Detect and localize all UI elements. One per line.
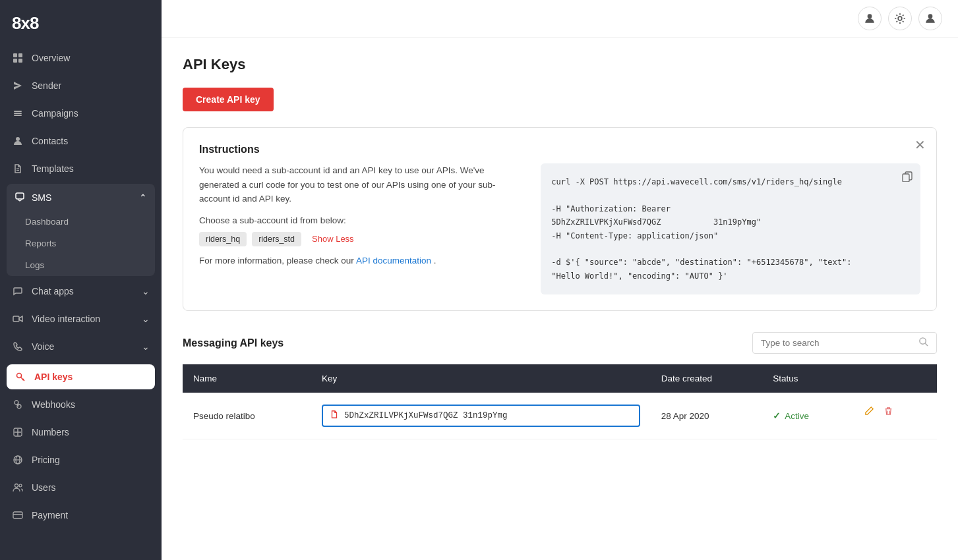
phone-icon [12,341,24,352]
sms-chevron-up-icon: ⌃ [139,192,147,203]
col-date-created: Date created [651,364,762,393]
webhook-icon [12,399,24,410]
search-box [752,332,937,354]
svg-rect-0 [13,53,17,57]
settings-button[interactable] [888,7,912,30]
sidebar-item-contacts-label: Contacts [32,136,68,146]
sidebar-item-templates-label: Templates [32,163,74,174]
search-icon [918,337,928,349]
instructions-card: ✕ Instructions You would need a sub-acco… [183,127,937,311]
profile-button[interactable] [858,7,882,30]
sms-label: SMS [32,192,51,203]
status-badge: ✓ Active [773,410,841,421]
sidebar-item-numbers[interactable]: Numbers [0,418,162,446]
sidebar-item-contacts[interactable]: Contacts [0,127,162,155]
show-less-button[interactable]: Show Less [312,234,354,244]
sidebar-item-users[interactable]: Users [0,474,162,501]
key-file-icon [330,410,339,422]
svg-rect-6 [14,115,22,116]
messaging-section-title: Messaging API keys [183,337,284,349]
sidebar-item-overview-label: Overview [32,53,70,63]
svg-rect-1 [18,53,22,57]
sidebar-item-templates[interactable]: Templates [0,155,162,182]
account-button[interactable] [918,7,942,30]
api-keys-table: Name Key Date created Status Pseudo rela… [183,364,937,439]
key-value: 5DhZxZRILVPKjXuFWsd7QGZ 31n19pYmg [344,411,508,420]
main-content: API Keys Create API key ✕ Instructions Y… [162,0,958,560]
sms-header[interactable]: SMS ⌃ [7,184,155,211]
users-label: Users [32,482,56,493]
table-row: Pseudo relatibo 5DhZxZRILVPKjXuFWsd7QGZ … [183,393,937,439]
video-chevron-icon: ⌄ [142,314,150,324]
chat-apps-chevron-icon: ⌄ [142,286,150,296]
svg-rect-3 [18,59,22,63]
sms-icon [15,191,25,204]
sidebar-item-webhooks[interactable]: Webhooks [0,391,162,418]
sidebar-item-sender[interactable]: Sender [0,72,162,99]
search-input[interactable] [761,338,913,348]
key-icon [15,371,26,383]
app-logo: 8x8 [0,0,162,44]
svg-rect-11 [13,316,19,322]
sidebar-item-payment[interactable]: Payment [0,501,162,529]
sidebar: 8x8 Overview Sender Campaigns Contacts T… [0,0,162,560]
file-icon [12,163,24,175]
copy-code-button[interactable] [902,171,913,186]
sidebar-item-pricing[interactable]: Pricing [0,446,162,474]
contacts-icon [12,135,24,147]
chat-icon [12,285,24,297]
sidebar-item-video-interaction[interactable]: Video interaction ⌄ [0,305,162,333]
payment-label: Payment [32,510,68,520]
key-cell: 5DhZxZRILVPKjXuFWsd7QGZ 31n19pYmg [322,405,640,427]
edit-button[interactable] [862,405,877,419]
chat-apps-label: Chat apps [32,286,74,296]
sidebar-item-dashboard[interactable]: Dashboard [7,211,155,233]
sidebar-item-chat-apps[interactable]: Chat apps ⌄ [0,277,162,305]
row-key: 5DhZxZRILVPKjXuFWsd7QGZ 31n19pYmg [311,393,651,439]
page-header [162,0,958,38]
webhooks-label: Webhooks [32,399,75,410]
status-text: Active [785,411,809,421]
svg-point-26 [928,14,933,18]
video-interaction-label: Video interaction [32,314,100,324]
sidebar-item-voice[interactable]: Voice ⌄ [0,333,162,360]
svg-rect-4 [14,111,22,112]
numbers-label: Numbers [32,427,69,437]
pricing-label: Pricing [32,455,60,465]
svg-point-24 [868,14,872,18]
sidebar-item-logs[interactable]: Logs [7,254,155,276]
row-actions [851,393,937,431]
numbers-icon [12,426,24,438]
svg-line-30 [925,343,928,346]
tag-riders-hq[interactable]: riders_hq [199,232,247,246]
voice-chevron-icon: ⌄ [142,341,150,352]
grid-icon [12,52,24,64]
svg-point-12 [17,374,22,378]
instructions-body-text: You would need a sub-account id and an A… [199,163,525,206]
api-doc-link[interactable]: API documentation [356,256,431,266]
row-status: ✓ Active [762,393,851,439]
sidebar-item-overview[interactable]: Overview [0,44,162,72]
sidebar-item-campaigns[interactable]: Campaigns [0,99,162,127]
api-keys-label: API keys [34,372,73,382]
svg-rect-28 [903,174,909,182]
check-icon: ✓ [773,410,781,421]
svg-point-20 [15,484,18,488]
svg-rect-10 [16,193,24,199]
tag-riders-std[interactable]: riders_std [252,232,301,246]
layers-icon [12,107,24,119]
instructions-left-panel: You would need a sub-account id and an A… [199,163,525,294]
payment-icon [12,509,24,521]
col-key: Key [311,364,651,393]
video-icon [12,313,24,325]
for-more-text: For more information, please check our A… [199,256,525,266]
page-title: API Keys [183,56,937,73]
sidebar-item-reports[interactable]: Reports [7,233,155,254]
create-api-key-button[interactable]: Create API key [183,88,274,111]
send-icon [12,80,24,92]
close-instructions-button[interactable]: ✕ [914,137,926,153]
delete-button[interactable] [881,405,896,419]
col-status: Status [762,364,851,393]
svg-point-21 [19,484,22,487]
sidebar-item-api-keys[interactable]: API keys [7,364,155,389]
